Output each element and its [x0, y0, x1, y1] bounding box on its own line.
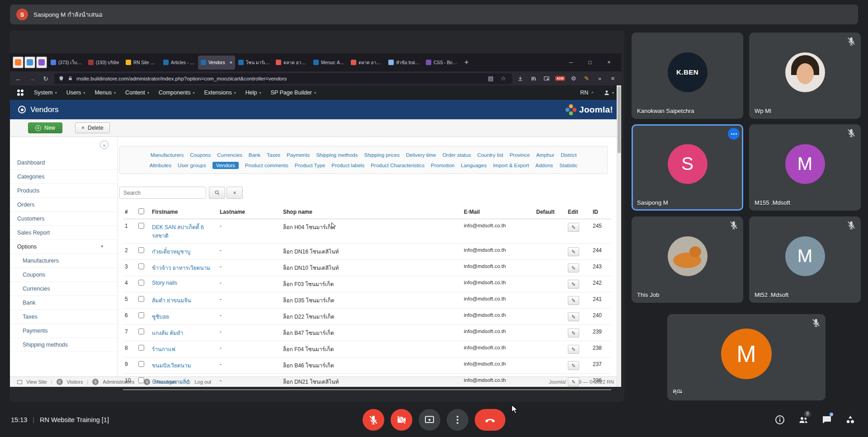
participant-tile[interactable]: M M155 .Mdsoft	[749, 124, 861, 211]
menu-icon[interactable]: ≡	[608, 75, 618, 82]
participant-tile[interactable]: K.BEN Kanokwan Saipetchra	[632, 33, 743, 119]
meeting-details-button[interactable]	[769, 409, 790, 430]
vendor-firstname-link[interactable]: DEK SAN สปาเก็ตตี้ 6 รสชาติ	[152, 224, 204, 239]
vendor-firstname-link[interactable]: ร้านกาแฟ	[152, 346, 175, 352]
close-button[interactable]: ×	[599, 53, 618, 71]
nav-manufacturers[interactable]: Manufacturers	[151, 152, 184, 158]
edit-button[interactable]: ✎	[568, 247, 579, 256]
nav-promotion[interactable]: Promotion	[431, 163, 454, 168]
forward-button[interactable]: →	[27, 75, 37, 82]
vendor-firstname-link[interactable]: ก๋วยเตี๋ยวหมูชาบู	[152, 249, 190, 255]
nav-product-labels[interactable]: Product labels	[331, 163, 364, 168]
nav-product-characteristics[interactable]: Product Characteristics	[371, 163, 425, 168]
sidebar-item-customers[interactable]: Customers	[10, 212, 118, 226]
shield-icon[interactable]	[58, 75, 64, 81]
downloads-icon[interactable]	[516, 75, 525, 82]
nav-vendors-active[interactable]: Vendors	[212, 162, 239, 169]
edit-button[interactable]: ✎	[568, 296, 579, 305]
sidebar-item-products[interactable]: Products	[10, 184, 118, 198]
overflow-chevrons-icon[interactable]: »	[595, 75, 604, 82]
row-checkbox[interactable]	[138, 247, 144, 253]
vendor-firstname-link[interactable]: Story nails	[152, 280, 177, 286]
sidebar-item-manufacturers[interactable]: Manufacturers	[10, 254, 118, 268]
browser-tab[interactable]: (193) บริษัท	[85, 56, 123, 70]
nav-shipping-methods[interactable]: Shipping methods	[316, 152, 358, 158]
nav-currencies[interactable]: Currencies	[217, 152, 242, 158]
menu-menus[interactable]: Menus▾	[94, 89, 116, 96]
search-button[interactable]	[209, 187, 225, 199]
sidebar-item-coupons[interactable]: Coupons	[10, 268, 118, 282]
browser-tab[interactable]: CSS - Bootst	[423, 56, 460, 70]
new-button[interactable]: +New	[28, 122, 62, 133]
highlighter-icon[interactable]: ✎	[582, 75, 591, 82]
vendor-firstname-link[interactable]: ข้าวจ้าว อาหารเวียดนาม	[152, 265, 210, 271]
browser-tab[interactable]: ตลาด อาร์เอ็ม	[348, 56, 385, 70]
participant-tile-active[interactable]: S Sasipong M	[632, 124, 743, 211]
vendor-firstname-link[interactable]: ขนมปังเวียดนาม	[152, 362, 191, 369]
nav-languages[interactable]: Languages	[461, 163, 486, 168]
nav-taxes[interactable]: Taxes	[267, 152, 280, 158]
vendor-firstname-link[interactable]: บ้านแลนดามลิ่ง	[152, 379, 189, 385]
pinned-tab-icon[interactable]	[36, 56, 47, 68]
chat-button[interactable]	[816, 409, 837, 430]
edit-button[interactable]: ✎	[568, 312, 579, 321]
row-checkbox[interactable]	[138, 312, 144, 318]
sidebar-item-options[interactable]: Options▾	[10, 240, 118, 254]
select-all-checkbox[interactable]	[138, 208, 144, 214]
row-checkbox[interactable]	[138, 280, 144, 286]
menu-content[interactable]: Content▾	[125, 89, 149, 96]
participant-tile[interactable]: M Mt52 .Mdsoft	[749, 216, 861, 303]
people-button[interactable]: 8	[793, 409, 814, 430]
nav-delivery-time[interactable]: Delivery time	[406, 152, 436, 158]
nav-district[interactable]: District	[561, 152, 576, 158]
row-checkbox[interactable]	[138, 329, 144, 334]
more-options-button[interactable]	[447, 409, 468, 431]
reader-view-icon[interactable]: ▤	[486, 75, 495, 82]
sidebar-item-categories[interactable]: Categories	[10, 170, 118, 184]
nav-bank[interactable]: Bank	[249, 152, 260, 158]
row-checkbox[interactable]	[138, 263, 144, 269]
edit-button[interactable]: ✎	[568, 345, 579, 354]
scrollbar-thumb[interactable]	[618, 86, 621, 153]
sidebar-item-currencies[interactable]: Currencies	[10, 282, 118, 296]
sidebar-item-sales-report[interactable]: Sales Report	[10, 226, 118, 240]
page-scrollbar[interactable]	[617, 85, 621, 387]
nav-product-type[interactable]: Product Type	[295, 163, 326, 168]
nav-attributes[interactable]: Attributes	[149, 163, 171, 168]
sidebar-item-shipping-methods[interactable]: Shipping methods	[10, 338, 118, 352]
nav-payments[interactable]: Payments	[287, 152, 310, 158]
settings-gear-icon[interactable]: ⚙	[569, 75, 578, 82]
participant-tile[interactable]: This Job	[632, 216, 743, 303]
participant-tile[interactable]: Wp Ml	[749, 33, 861, 119]
browser-tab[interactable]: ตลาด อาร์เอ็ม	[273, 56, 310, 70]
tab-close-icon[interactable]: ×	[230, 60, 232, 65]
pinned-tab-icon[interactable]	[24, 56, 35, 68]
vendor-firstname-link[interactable]: แกงส้ม ต้มยำ	[152, 330, 183, 336]
browser-tab[interactable]: RN Site Out	[123, 56, 160, 70]
sidebar-item-taxes[interactable]: Taxes	[10, 310, 118, 324]
nav-user-groups[interactable]: User groups	[178, 163, 206, 168]
camera-toggle-button[interactable]	[391, 409, 412, 431]
menu-components[interactable]: Components▾	[159, 89, 195, 96]
browser-tab[interactable]: โซน มาร์เก็ต	[236, 56, 273, 70]
menu-system[interactable]: System▾	[34, 89, 57, 96]
row-checkbox[interactable]	[138, 345, 144, 351]
row-checkbox[interactable]	[138, 361, 144, 367]
sidebar-item-payments[interactable]: Payments	[10, 324, 118, 338]
browser-tab[interactable]: หัวข้อ training n	[386, 56, 423, 70]
edit-button[interactable]: ✎	[568, 223, 579, 232]
row-checkbox[interactable]	[138, 296, 144, 302]
browser-tab[interactable]: (373) เว็บไซ	[48, 56, 85, 70]
view-site-link[interactable]: RN↗	[580, 89, 594, 96]
leave-call-button[interactable]	[475, 409, 505, 431]
url-bar[interactable]: rnsite.buildinstore.com/administrator/in…	[54, 73, 512, 84]
view-site-link[interactable]: View Site	[26, 379, 47, 385]
browser-tab[interactable]: Articles - RN	[160, 56, 198, 70]
vendor-firstname-link[interactable]: ซูชิบอย	[152, 314, 169, 320]
vendor-firstname-link[interactable]: ส้มตำ ย่าขนมจีน	[152, 297, 191, 304]
menu-help[interactable]: Help▾	[245, 89, 261, 96]
edit-button[interactable]: ✎	[568, 329, 579, 338]
nav-order-status[interactable]: Order status	[442, 152, 471, 158]
nav-country-list[interactable]: Country list	[477, 152, 504, 158]
delete-button[interactable]: ×Delete	[75, 122, 110, 133]
